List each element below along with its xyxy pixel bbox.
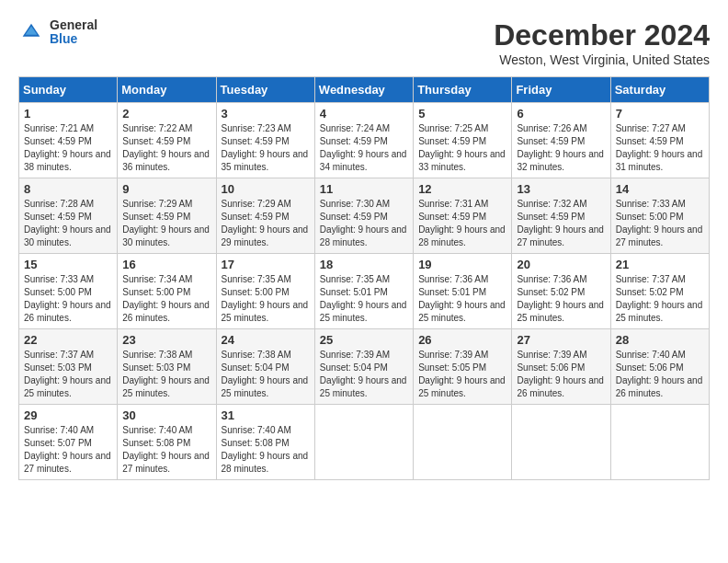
day-info: Sunrise: 7:25 AM Sunset: 4:59 PM Dayligh… (418, 122, 506, 174)
day-cell: 31 Sunrise: 7:40 AM Sunset: 5:08 PM Dayl… (216, 405, 314, 480)
sunset-label: Sunset: 5:08 PM (122, 438, 190, 448)
day-info: Sunrise: 7:39 AM Sunset: 5:06 PM Dayligh… (517, 349, 605, 400)
sunrise-label: Sunrise: 7:40 AM (616, 350, 686, 360)
col-thursday: Thursday (414, 77, 512, 103)
sunrise-label: Sunrise: 7:40 AM (24, 425, 94, 435)
day-info: Sunrise: 7:38 AM Sunset: 5:04 PM Dayligh… (222, 349, 310, 400)
sunset-label: Sunset: 5:07 PM (24, 438, 92, 448)
sunrise-label: Sunrise: 7:36 AM (418, 274, 488, 284)
day-number: 2 (122, 107, 210, 121)
day-info: Sunrise: 7:36 AM Sunset: 5:02 PM Dayligh… (517, 273, 605, 325)
day-number: 23 (122, 333, 210, 347)
daylight-label: Daylight: 9 hours and 36 minutes. (122, 149, 210, 172)
daylight-label: Daylight: 9 hours and 38 minutes. (24, 149, 111, 172)
sunset-label: Sunset: 4:59 PM (222, 136, 290, 146)
daylight-label: Daylight: 9 hours and 34 minutes. (320, 149, 407, 172)
sunset-label: Sunset: 5:00 PM (122, 287, 190, 297)
day-number: 8 (24, 182, 112, 196)
sunset-label: Sunset: 5:01 PM (320, 287, 388, 297)
day-number: 20 (517, 258, 605, 271)
sunrise-label: Sunrise: 7:31 AM (418, 199, 488, 209)
day-cell: 19 Sunrise: 7:36 AM Sunset: 5:01 PM Dayl… (414, 254, 512, 329)
sunrise-label: Sunrise: 7:34 AM (122, 274, 192, 284)
sunset-label: Sunset: 4:59 PM (517, 212, 585, 222)
logo-icon (18, 19, 44, 45)
day-number: 30 (122, 408, 210, 422)
day-number: 25 (320, 333, 408, 347)
daylight-label: Daylight: 9 hours and 27 minutes. (517, 224, 604, 247)
day-cell: 16 Sunrise: 7:34 AM Sunset: 5:00 PM Dayl… (118, 254, 216, 329)
sunset-label: Sunset: 4:59 PM (320, 136, 388, 146)
day-cell: 22 Sunrise: 7:37 AM Sunset: 5:03 PM Dayl… (19, 329, 118, 405)
col-monday: Monday (118, 77, 216, 103)
day-cell: 13 Sunrise: 7:32 AM Sunset: 4:59 PM Dayl… (512, 178, 610, 254)
day-number: 24 (222, 333, 310, 347)
daylight-label: Daylight: 9 hours and 31 minutes. (616, 149, 703, 172)
sunrise-label: Sunrise: 7:26 AM (517, 123, 586, 133)
day-cell: 26 Sunrise: 7:39 AM Sunset: 5:05 PM Dayl… (414, 329, 512, 405)
daylight-label: Daylight: 9 hours and 30 minutes. (24, 224, 111, 247)
calendar-header: Sunday Monday Tuesday Wednesday Thursday… (19, 77, 710, 103)
daylight-label: Daylight: 9 hours and 26 minutes. (517, 375, 604, 398)
logo-blue-text: Blue (50, 32, 97, 46)
sunrise-label: Sunrise: 7:25 AM (418, 123, 488, 133)
day-number: 31 (222, 408, 310, 422)
day-number: 11 (320, 182, 408, 196)
col-friday: Friday (512, 77, 610, 103)
sunrise-label: Sunrise: 7:33 AM (616, 199, 686, 209)
day-number: 4 (320, 107, 408, 121)
day-info: Sunrise: 7:29 AM Sunset: 4:59 PM Dayligh… (122, 198, 210, 249)
day-number: 3 (222, 107, 310, 121)
sunrise-label: Sunrise: 7:21 AM (24, 123, 94, 133)
daylight-label: Daylight: 9 hours and 28 minutes. (222, 451, 309, 474)
day-info: Sunrise: 7:33 AM Sunset: 5:00 PM Dayligh… (616, 198, 704, 249)
day-cell: 28 Sunrise: 7:40 AM Sunset: 5:06 PM Dayl… (610, 329, 709, 405)
day-number: 22 (24, 333, 112, 347)
daylight-label: Daylight: 9 hours and 28 minutes. (320, 224, 407, 247)
day-info: Sunrise: 7:40 AM Sunset: 5:07 PM Dayligh… (24, 424, 112, 476)
sunrise-label: Sunrise: 7:36 AM (517, 274, 586, 284)
sunrise-label: Sunrise: 7:23 AM (222, 123, 291, 133)
day-info: Sunrise: 7:23 AM Sunset: 4:59 PM Dayligh… (222, 122, 310, 174)
day-info: Sunrise: 7:39 AM Sunset: 5:04 PM Dayligh… (320, 349, 408, 400)
day-info: Sunrise: 7:40 AM Sunset: 5:08 PM Dayligh… (222, 424, 310, 476)
sunset-label: Sunset: 4:59 PM (517, 136, 585, 146)
col-tuesday: Tuesday (216, 77, 314, 103)
day-number: 17 (222, 258, 310, 271)
logo: General Blue (18, 18, 97, 47)
daylight-label: Daylight: 9 hours and 25 minutes. (24, 375, 111, 398)
sunset-label: Sunset: 5:04 PM (320, 362, 388, 373)
sunset-label: Sunset: 5:06 PM (616, 362, 684, 373)
sunrise-label: Sunrise: 7:39 AM (418, 350, 488, 360)
sunrise-label: Sunrise: 7:35 AM (222, 274, 291, 284)
calendar-table: Sunday Monday Tuesday Wednesday Thursday… (18, 76, 710, 480)
day-cell: 8 Sunrise: 7:28 AM Sunset: 4:59 PM Dayli… (19, 178, 118, 254)
day-cell (314, 405, 413, 480)
day-number: 21 (616, 258, 704, 271)
sunrise-label: Sunrise: 7:40 AM (222, 425, 291, 435)
daylight-label: Daylight: 9 hours and 25 minutes. (222, 300, 309, 323)
sunset-label: Sunset: 4:59 PM (122, 212, 190, 222)
day-number: 28 (616, 333, 704, 347)
sunrise-label: Sunrise: 7:39 AM (517, 350, 586, 360)
day-cell: 23 Sunrise: 7:38 AM Sunset: 5:03 PM Dayl… (118, 329, 216, 405)
sunrise-label: Sunrise: 7:33 AM (24, 274, 94, 284)
sunrise-label: Sunrise: 7:28 AM (24, 199, 94, 209)
day-cell: 4 Sunrise: 7:24 AM Sunset: 4:59 PM Dayli… (314, 103, 413, 178)
daylight-label: Daylight: 9 hours and 28 minutes. (418, 224, 506, 247)
week-row-1: 8 Sunrise: 7:28 AM Sunset: 4:59 PM Dayli… (19, 178, 710, 254)
day-cell: 12 Sunrise: 7:31 AM Sunset: 4:59 PM Dayl… (414, 178, 512, 254)
page-container: General Blue December 2024 Weston, West … (18, 18, 710, 480)
sunset-label: Sunset: 5:03 PM (24, 362, 92, 373)
sunrise-label: Sunrise: 7:24 AM (320, 123, 390, 133)
day-info: Sunrise: 7:22 AM Sunset: 4:59 PM Dayligh… (122, 122, 210, 174)
day-info: Sunrise: 7:32 AM Sunset: 4:59 PM Dayligh… (517, 198, 605, 249)
daylight-label: Daylight: 9 hours and 25 minutes. (616, 300, 703, 323)
day-cell: 27 Sunrise: 7:39 AM Sunset: 5:06 PM Dayl… (512, 329, 610, 405)
daylight-label: Daylight: 9 hours and 27 minutes. (122, 451, 210, 474)
sunset-label: Sunset: 4:59 PM (418, 136, 486, 146)
sunrise-label: Sunrise: 7:37 AM (616, 274, 686, 284)
sunrise-label: Sunrise: 7:22 AM (122, 123, 192, 133)
daylight-label: Daylight: 9 hours and 33 minutes. (418, 149, 506, 172)
day-number: 15 (24, 258, 112, 271)
